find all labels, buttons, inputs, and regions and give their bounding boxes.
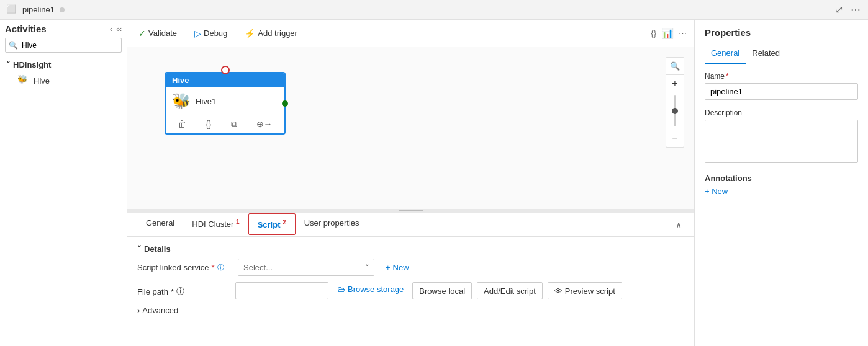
sidebar-title: Activities — [5, 24, 47, 34]
sidebar: Activities ‹ ‹‹ 🔍 ˅ HDInsight 🐝 Hive ⋮⋮⋮ — [0, 20, 127, 346]
monitor-icon[interactable]: 📊 — [661, 27, 674, 39]
script-linked-service-label: Script linked service * ⓘ — [137, 263, 230, 272]
details-toggle[interactable]: ˅ Details — [137, 244, 684, 254]
file-path-text: File path — [137, 287, 168, 296]
tab-user-properties[interactable]: User properties — [296, 213, 368, 236]
zoom-slider[interactable] — [672, 92, 678, 130]
validate-button[interactable]: ✓ Validate — [135, 27, 181, 40]
name-label: Name — [705, 72, 725, 81]
sidebar-header: Activities ‹ ‹‹ — [0, 20, 127, 38]
toolbar-left: ✓ Validate ▷ Debug ⚡ Add trigger — [135, 27, 301, 40]
script-linked-select[interactable]: Select... — [238, 259, 374, 276]
script-linked-required: * — [212, 263, 215, 272]
script-linked-service-text: Script linked service — [137, 263, 209, 272]
main-layout: Activities ‹ ‹‹ 🔍 ˅ HDInsight 🐝 Hive ⋮⋮⋮ — [0, 20, 868, 346]
add-trigger-button[interactable]: ⚡ Add trigger — [241, 27, 301, 40]
file-path-info-icon[interactable]: ⓘ — [176, 286, 184, 297]
collapse-icon[interactable]: ‹ — [110, 24, 112, 33]
add-edit-script-label: Add/Edit script — [484, 286, 536, 296]
panel-tabs: General HDI Cluster 1 Script 2 User prop… — [127, 213, 694, 237]
unsaved-indicator — [60, 7, 65, 12]
delete-icon[interactable]: 🗑 — [174, 118, 190, 131]
search-box: 🔍 — [5, 38, 122, 53]
code-icon[interactable]: {} — [651, 29, 656, 38]
title-bar-left: ⬜ pipeline1 — [6, 4, 65, 16]
file-path-label: File path * ⓘ — [137, 282, 230, 297]
hive-node-body: 🐝 Hive1 — [166, 87, 284, 115]
bottom-panel: General HDI Cluster 1 Script 2 User prop… — [127, 213, 694, 346]
splitter-handle — [399, 210, 423, 211]
script-linked-info-icon[interactable]: ⓘ — [217, 263, 224, 272]
tab-script[interactable]: Script 2 — [248, 213, 296, 235]
hive-node[interactable]: Hive 🐝 Hive1 🗑 {} ⧉ ⊕→ — [165, 72, 286, 135]
tab-hdi-label: HDI Cluster — [192, 220, 233, 229]
preview-script-button[interactable]: 👁 Preview script — [548, 282, 622, 299]
node-right-dot — [282, 100, 288, 107]
properties-title: Properties — [705, 27, 751, 38]
title-bar-right: ⤢ ⋯ — [834, 2, 862, 17]
zoom-in-button[interactable]: + — [666, 75, 684, 92]
toolbar: ✓ Validate ▷ Debug ⚡ Add trigger {} 📊 ⋯ — [127, 20, 694, 47]
validate-label: Validate — [148, 29, 177, 38]
panel-collapse-icon[interactable]: ∧ — [673, 218, 684, 233]
panel-content: ˅ Details Script linked service * ⓘ — [127, 237, 694, 346]
sidebar-item-label: Hive — [34, 76, 50, 86]
copy-icon[interactable]: ⧉ — [227, 118, 241, 131]
trigger-icon: ⚡ — [245, 29, 255, 38]
collapse-all-icon[interactable]: ‹‹ — [116, 24, 122, 33]
canvas-area[interactable]: Hive 🐝 Hive1 🗑 {} ⧉ ⊕→ — [127, 47, 694, 213]
prop-tab-general-label: General — [711, 48, 739, 58]
node-top-circle — [221, 66, 230, 74]
validate-icon: ✓ — [138, 29, 146, 38]
properties-header: Properties — [695, 20, 868, 43]
prop-tab-related-label: Related — [752, 48, 780, 58]
description-textarea[interactable] — [705, 120, 858, 163]
debug-icon: ▷ — [194, 29, 201, 38]
details-label: Details — [144, 244, 171, 254]
zoom-search-btn[interactable]: 🔍 — [666, 58, 684, 75]
new-label: New — [393, 263, 409, 272]
advanced-toggle[interactable]: › Advanced — [137, 306, 684, 315]
tab-general-label: General — [146, 218, 174, 228]
hive-icon: 🐝 — [17, 74, 30, 87]
add-annotation-button[interactable]: + New — [705, 187, 858, 196]
pipeline-title: pipeline1 — [22, 5, 55, 14]
name-input[interactable] — [705, 83, 858, 100]
file-path-input[interactable] — [235, 282, 328, 299]
more-options-icon[interactable]: ⋯ — [849, 2, 862, 17]
hdinsight-label: HDInsight — [13, 60, 51, 69]
add-new-label: + New — [705, 187, 728, 196]
preview-icon: 👁 — [554, 286, 563, 296]
hdinsight-chevron: ˅ — [6, 60, 11, 69]
search-input[interactable] — [5, 38, 122, 53]
arrow-icon[interactable]: ⊕→ — [253, 118, 276, 131]
expand-icon[interactable]: ⤢ — [834, 2, 844, 17]
properties-content: Name * Description Annotations + New — [695, 64, 868, 346]
browse-storage-button[interactable]: 🗁 Browse storage — [333, 282, 407, 296]
new-linked-service-button[interactable]: + New — [382, 262, 413, 273]
description-field: Description — [705, 109, 858, 165]
name-field-label: Name * — [705, 72, 858, 81]
tab-user-properties-label: User properties — [304, 218, 359, 228]
browse-local-label: Browse local — [419, 286, 465, 296]
canvas-splitter[interactable] — [127, 209, 694, 213]
more-toolbar-icon[interactable]: ⋯ — [679, 29, 687, 38]
add-edit-script-button[interactable]: Add/Edit script — [477, 282, 543, 299]
prop-tab-general[interactable]: General — [705, 43, 746, 64]
plus-icon: + — [386, 263, 391, 272]
script-linked-select-container: Select... ˅ — [238, 259, 374, 276]
debug-button[interactable]: ▷ Debug — [191, 27, 231, 40]
browse-local-button[interactable]: Browse local — [412, 282, 472, 299]
hdinsight-group: ˅ HDInsight 🐝 Hive ⋮⋮⋮ — [0, 56, 127, 91]
prop-tab-related[interactable]: Related — [746, 43, 786, 64]
hdinsight-group-label[interactable]: ˅ HDInsight — [0, 58, 127, 72]
sidebar-item-hive[interactable]: 🐝 Hive ⋮⋮⋮ — [0, 72, 127, 89]
zoom-out-button[interactable]: − — [666, 130, 684, 147]
app-icon: ⬜ — [6, 4, 17, 16]
properties-panel: Properties General Related Name * Descri… — [694, 20, 868, 346]
hive-node-icon: 🐝 — [172, 92, 191, 110]
code-node-icon[interactable]: {} — [202, 118, 215, 131]
tab-general[interactable]: General — [137, 213, 183, 236]
script-linked-service-row: Script linked service * ⓘ Select... ˅ — [137, 259, 684, 276]
tab-hdi-cluster[interactable]: HDI Cluster 1 — [183, 213, 248, 236]
